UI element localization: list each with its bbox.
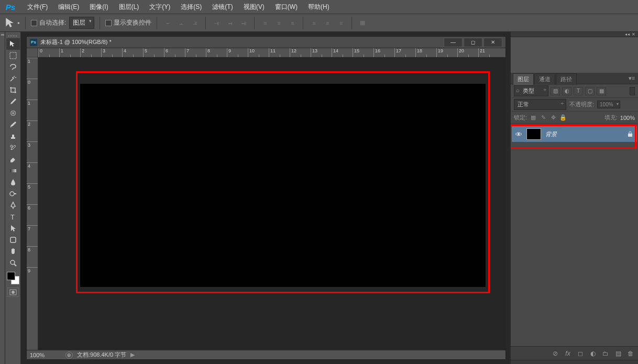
info-icon[interactable]: ⊚	[65, 351, 73, 359]
tab-channels[interactable]: 通道	[534, 73, 555, 85]
clone-stamp-tool[interactable]	[6, 130, 20, 142]
auto-align-icon[interactable]: ▦	[357, 18, 368, 28]
dodge-tool[interactable]	[6, 188, 20, 200]
window-close-button[interactable]: ✕	[483, 38, 502, 47]
magic-wand-tool[interactable]	[6, 73, 20, 84]
color-swatches[interactable]	[7, 272, 19, 284]
panel-resize-strip[interactable]	[511, 360, 638, 364]
crop-tool[interactable]	[6, 84, 20, 96]
hand-tool[interactable]	[6, 246, 20, 257]
lock-all-icon[interactable]: 🔒	[559, 114, 567, 122]
canvas[interactable]	[80, 84, 486, 287]
new-layer-icon[interactable]: ▤	[614, 349, 622, 358]
menu-layer[interactable]: 图层(L)	[114, 1, 145, 13]
canvas-viewport[interactable]	[38, 58, 505, 350]
menu-filter[interactable]: 滤镜(T)	[207, 1, 238, 13]
filter-toggle[interactable]	[630, 87, 635, 95]
align-left-icon[interactable]: ⫣	[211, 18, 222, 28]
menu-file[interactable]: 文件(F)	[22, 1, 53, 13]
layers-panel-footer: ⊘ fx ◻ ◐ 🗀 ▤ 🗑	[511, 346, 638, 360]
menu-type[interactable]: 文字(Y)	[144, 1, 175, 13]
lock-pixels-icon[interactable]: ✎	[540, 114, 547, 122]
move-tool[interactable]	[6, 38, 20, 50]
tab-paths[interactable]: 路径	[556, 73, 577, 85]
fill-label: 填充:	[604, 114, 618, 122]
svg-point-4	[10, 192, 14, 196]
link-layers-icon[interactable]: ⊘	[551, 349, 559, 358]
horizontal-ruler[interactable]: 0123456789101112131415161718192021	[38, 48, 505, 58]
distribute-left-icon[interactable]: ≡	[309, 18, 319, 28]
menu-view[interactable]: 视图(V)	[238, 1, 270, 13]
status-menu-arrow-icon[interactable]: ▶	[130, 351, 135, 358]
eyedropper-tool[interactable]	[6, 96, 20, 107]
healing-brush-tool[interactable]	[6, 107, 20, 119]
eraser-tool[interactable]	[6, 153, 20, 165]
menu-window[interactable]: 窗口(W)	[270, 1, 303, 13]
quick-mask-toggle[interactable]	[7, 288, 19, 297]
pen-tool[interactable]	[6, 200, 20, 211]
divider	[25, 17, 26, 29]
align-hcenter-icon[interactable]: ⫤	[225, 18, 235, 28]
distribute-right-icon[interactable]: ≡	[336, 18, 346, 28]
show-transform-checkbox[interactable]: 显示变换控件	[105, 18, 151, 27]
align-right-icon[interactable]: ⫥	[238, 18, 249, 28]
auto-select-checkbox[interactable]: 自动选择:	[31, 18, 66, 27]
type-tool[interactable]: T	[6, 211, 20, 223]
left-collapsed-panel-gutter[interactable]	[0, 32, 5, 364]
menu-edit[interactable]: 编辑(E)	[53, 1, 84, 13]
distribute-bottom-icon[interactable]: ≡	[287, 18, 298, 28]
filter-pixel-icon[interactable]: ▧	[551, 87, 560, 95]
blur-tool[interactable]	[6, 177, 20, 188]
fill-input[interactable]: 100%	[620, 115, 635, 121]
panel-menu-icon[interactable]: ▾≡	[628, 75, 636, 82]
path-selection-tool[interactable]	[6, 223, 20, 234]
distribute-top-icon[interactable]: ≡	[260, 18, 270, 28]
document-size-info[interactable]: 文档:908.4K/0 字节	[77, 351, 126, 359]
delete-layer-icon[interactable]: 🗑	[626, 349, 635, 358]
svg-rect-0	[10, 52, 16, 59]
distribute-vcenter-icon[interactable]: ≡	[273, 18, 284, 28]
filter-shape-icon[interactable]: ▢	[585, 87, 595, 95]
filter-adjustment-icon[interactable]: ◐	[562, 87, 571, 95]
distribute-hcenter-icon[interactable]: ≡	[322, 18, 333, 28]
tab-layers[interactable]: 图层	[513, 73, 534, 85]
menu-help[interactable]: 帮助(H)	[303, 1, 335, 13]
layer-filter-kind-dropdown[interactable]: 类型	[514, 85, 548, 96]
align-top-icon[interactable]: ⫟	[162, 18, 173, 28]
collapsed-panel-strip[interactable]: ◂◂ ✕	[511, 32, 638, 37]
lock-position-icon[interactable]: ✥	[549, 114, 557, 122]
history-brush-tool[interactable]	[6, 142, 20, 153]
zoom-tool[interactable]	[6, 257, 20, 269]
gradient-tool[interactable]	[6, 165, 20, 177]
options-bar: ▸ 自动选择: 图层 显示变换控件 ⫟ ⫠ ⫡ ⫣ ⫤ ⫥ ≡ ≡ ≡ ≡ ≡ …	[0, 14, 638, 32]
menu-select[interactable]: 选择(S)	[175, 1, 207, 13]
filter-type-icon[interactable]: T	[574, 87, 583, 95]
marquee-tool[interactable]	[6, 50, 20, 61]
menu-image[interactable]: 图像(I)	[84, 1, 113, 13]
window-maximize-button[interactable]: ◻	[464, 38, 482, 47]
document-titlebar[interactable]: Ps 未标题-1 @ 100%(RGB/8) * — ◻ ✕	[27, 37, 505, 48]
align-bottom-icon[interactable]: ⫡	[190, 18, 200, 28]
auto-select-target-dropdown[interactable]: 图层	[69, 17, 94, 29]
align-vcenter-icon[interactable]: ⫠	[176, 18, 186, 28]
brush-tool[interactable]	[6, 119, 20, 130]
filter-smart-icon[interactable]: ▦	[597, 87, 606, 95]
opacity-input[interactable]: 100%	[597, 101, 620, 108]
toolbox-grip[interactable]	[6, 34, 20, 37]
lock-transparency-icon[interactable]: ▩	[530, 114, 537, 122]
ruler-origin[interactable]	[27, 48, 38, 58]
window-minimize-button[interactable]: —	[444, 38, 463, 47]
layers-panel: 类型 ▧ ◐ T ▢ ▦ 正常 不透明度: 100% 锁定: ▩ ✎	[511, 84, 638, 360]
opacity-label: 不透明度:	[569, 101, 594, 108]
zoom-level[interactable]: 100%	[30, 352, 61, 358]
shape-tool[interactable]	[6, 234, 20, 246]
vertical-ruler[interactable]: 10123456789	[27, 58, 38, 350]
foreground-color-swatch[interactable]	[7, 272, 15, 280]
lasso-tool[interactable]	[6, 61, 20, 73]
annotation-red-frame-layer	[511, 125, 636, 149]
layer-mask-icon[interactable]: ◻	[576, 349, 585, 358]
layer-group-icon[interactable]: 🗀	[601, 349, 610, 358]
adjustment-layer-icon[interactable]: ◐	[589, 349, 597, 358]
layer-style-icon[interactable]: fx	[564, 349, 572, 358]
blend-mode-dropdown[interactable]: 正常	[514, 99, 566, 110]
